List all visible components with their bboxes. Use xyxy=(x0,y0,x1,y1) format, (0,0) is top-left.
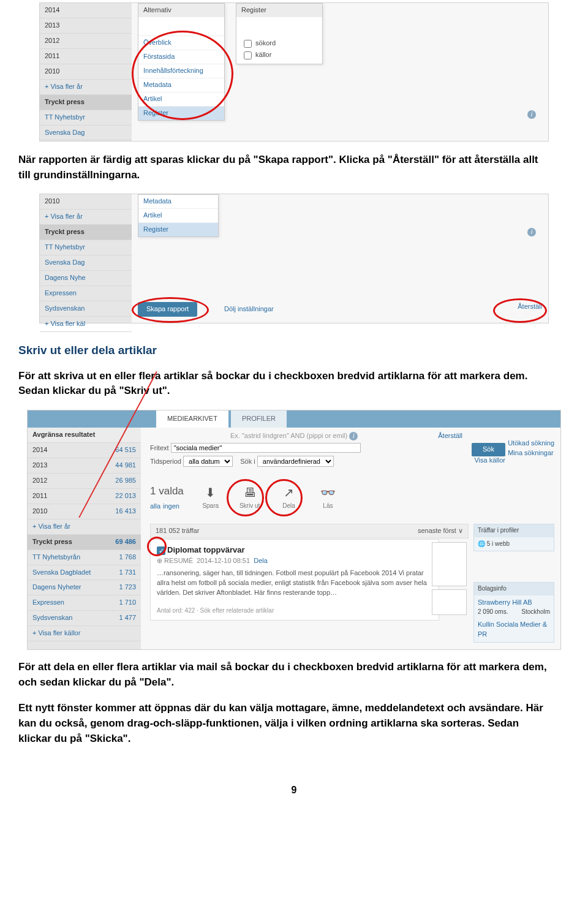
panel-body[interactable]: 🌐 5 i webb xyxy=(474,537,554,551)
page-number: 9 xyxy=(0,783,588,797)
hide-settings-link[interactable]: Dölj inställningar xyxy=(224,305,274,312)
menu-item[interactable]: Artikel xyxy=(138,208,218,222)
menu-item[interactable]: Överblick xyxy=(138,36,224,50)
tab-bar: MEDIEARKIVET PROFILER xyxy=(28,410,560,428)
more-sources-link[interactable]: + Visa fler käl xyxy=(40,317,132,332)
soki-label: Sök i xyxy=(240,458,255,465)
panel-head: Träffar i profiler xyxy=(474,524,554,537)
year-count-row[interactable]: 201464 515 xyxy=(28,443,141,458)
year-count-row[interactable]: 201226 985 xyxy=(28,474,141,489)
shot1-sidebar: 2014 2013 2012 2011 2010 + Visa fler år … xyxy=(40,3,132,141)
company-city: Stockholm xyxy=(521,608,550,617)
checkbox-kallor[interactable] xyxy=(244,51,252,59)
info-icon[interactable]: i xyxy=(527,228,536,236)
menu-item[interactable]: Metadata xyxy=(138,78,224,92)
source-row[interactable]: Svenska Dag xyxy=(40,255,132,271)
year-row[interactable]: 2013 xyxy=(40,18,132,34)
shot2-sidebar: 2010 + Visa fler år Tryckt press TT Nyhe… xyxy=(40,194,132,323)
register-menu: Register sökord källor xyxy=(236,3,323,64)
reset-link[interactable]: Återställ xyxy=(438,431,462,441)
utokad-sokning-link[interactable]: Utökad sökning xyxy=(508,439,554,448)
source-count-row[interactable]: Svenska Dagbladet1 731 xyxy=(28,565,141,581)
menu-item[interactable]: Innehållsförteckning xyxy=(138,64,224,78)
menu-item[interactable]: Förstasida xyxy=(138,50,224,64)
source-count-row[interactable]: TT Nyhetsbyrån1 768 xyxy=(28,550,141,565)
chevron-down-icon: ∨ xyxy=(458,527,463,534)
fritext-input[interactable] xyxy=(171,443,361,453)
year-count-row[interactable]: 201344 981 xyxy=(28,458,141,474)
hits-count: 181 052 träffar xyxy=(156,527,199,534)
sort-select[interactable]: senaste först ∨ xyxy=(418,526,463,536)
read-tool[interactable]: 👓Läs xyxy=(309,484,346,511)
menu-item[interactable]: Artikel xyxy=(138,92,224,106)
tidsperiod-select[interactable]: alla datum xyxy=(183,456,233,467)
menu-item-selected[interactable]: Register xyxy=(138,222,218,236)
source-count-row[interactable]: Sydsvenskan1 477 xyxy=(28,611,141,626)
year-row[interactable]: 2012 xyxy=(40,34,132,49)
fritext-label: Fritext xyxy=(150,444,169,451)
info-icon[interactable]: i xyxy=(527,110,536,119)
menu-head: Register xyxy=(236,4,322,17)
shot3-sidebar: Avgränsa resultatet 201464 515 201344 98… xyxy=(28,428,141,649)
more-years-link[interactable]: + Visa fler år xyxy=(40,210,132,225)
print-tool[interactable]: 🖶Skriv ut xyxy=(232,484,268,511)
source-row[interactable]: Sydsvenskan xyxy=(40,301,132,317)
section-press: Tryckt press69 486 xyxy=(28,535,141,550)
mina-sokningar-link[interactable]: Mina sökningar xyxy=(508,448,554,458)
share-icon: ↗ xyxy=(284,486,294,499)
search-button[interactable]: Sök xyxy=(472,443,505,456)
year-count-row[interactable]: 201016 413 xyxy=(28,504,141,519)
source-row[interactable]: TT Nyhetsbyr xyxy=(40,240,132,255)
article-card[interactable]: ✓ Diplomat toppvärvar ⊕ RESUMÉ 2014-12-1… xyxy=(150,539,439,621)
select-none-link[interactable]: ingen xyxy=(163,502,179,510)
checkbox-sokord[interactable] xyxy=(244,40,252,48)
source-row[interactable]: Dagens Nyhe xyxy=(40,271,132,286)
select-all-link[interactable]: alla xyxy=(150,502,160,510)
more-years-link[interactable]: + Visa fler år xyxy=(40,80,132,95)
year-count-row[interactable]: 201122 013 xyxy=(28,489,141,504)
visa-kallor-link[interactable]: Visa källor xyxy=(474,456,505,466)
source-count-row[interactable]: Expressen1 710 xyxy=(28,595,141,611)
tab-profiler[interactable]: PROFILER xyxy=(231,410,287,428)
year-row[interactable]: 2014 xyxy=(40,3,132,18)
company-link[interactable]: Kullin Sociala Medier & PR xyxy=(478,620,550,640)
screenshot-3: MEDIEARKIVET PROFILER Avgränsa resultate… xyxy=(27,410,561,650)
article-meta: ⊕ RESUMÉ 2014-12-10 08:51 Dela xyxy=(157,557,268,564)
more-sources-link[interactable]: + Visa fler källor xyxy=(28,626,141,641)
source-count-row[interactable]: Dagens Nyheter1 723 xyxy=(28,580,141,595)
bolagsinfo-panel: Bolagsinfo Strawberry Hill AB 2 090 oms.… xyxy=(473,582,554,643)
menu-item[interactable]: Metadata xyxy=(138,195,218,208)
article-snippet: …ransonering, säger han, till tidningen.… xyxy=(157,568,432,598)
selected-count: 1 valda xyxy=(150,484,184,499)
source-row[interactable]: Svenska Dag xyxy=(40,126,132,141)
tab-mediearkivet[interactable]: MEDIEARKIVET xyxy=(156,410,228,428)
create-report-button[interactable]: Skapa rapport xyxy=(138,302,197,317)
article-share-link[interactable]: Dela xyxy=(254,557,268,564)
more-years-link[interactable]: + Visa fler år xyxy=(28,519,141,535)
thumbnail-placeholder xyxy=(432,589,467,615)
year-row[interactable]: 2010 xyxy=(40,64,132,80)
menu-item-selected[interactable]: Register xyxy=(138,106,224,120)
company-link[interactable]: Strawberry Hill AB xyxy=(478,598,550,608)
sidebar-head: Avgränsa resultatet xyxy=(28,428,141,443)
soki-select[interactable]: användardefinierad xyxy=(257,456,334,467)
checkbox-row[interactable]: sökord xyxy=(241,38,317,50)
info-icon[interactable]: i xyxy=(349,432,358,440)
year-row[interactable]: 2011 xyxy=(40,49,132,64)
checkbox-row[interactable]: källor xyxy=(241,50,317,61)
source-row[interactable]: TT Nyhetsbyr xyxy=(40,110,132,126)
save-tool[interactable]: ⬇Spara xyxy=(192,484,229,511)
reset-link[interactable]: Återställ xyxy=(518,302,542,312)
article-footer: Antal ord: 422 · Sök efter relaterade ar… xyxy=(157,606,432,616)
thumbnail-placeholder xyxy=(432,542,467,586)
instruction-text-2: För att skriva ut en eller flera artikla… xyxy=(18,369,551,399)
share-tool[interactable]: ↗Dela xyxy=(271,484,307,511)
instruction-text-3: För att dela en eller flera artiklar via… xyxy=(18,660,551,690)
article-title[interactable]: Diplomat toppvärvar xyxy=(167,545,244,554)
screenshot-1: 2014 2013 2012 2011 2010 + Visa fler år … xyxy=(39,2,549,142)
source-row[interactable]: Expressen xyxy=(40,286,132,301)
panel-head: Bolagsinfo xyxy=(474,583,554,595)
year-row[interactable]: 2010 xyxy=(40,194,132,210)
article-checkbox[interactable]: ✓ xyxy=(157,546,165,555)
glasses-icon: 👓 xyxy=(320,486,336,499)
